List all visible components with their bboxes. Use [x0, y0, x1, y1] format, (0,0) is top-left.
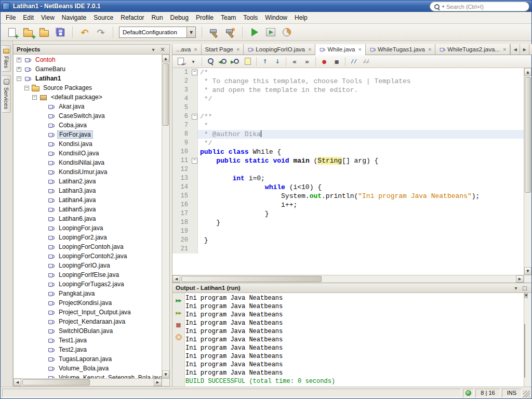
- minimize-output-button[interactable]: [512, 284, 520, 291]
- menu-window[interactable]: Window: [261, 12, 291, 23]
- close-tab-icon[interactable]: ×: [427, 46, 431, 52]
- tree-item-gamebaru[interactable]: +GameBaru: [14, 64, 162, 74]
- tree-item-pangkat-java[interactable]: Pangkat.java: [14, 289, 162, 298]
- tree-item-loopingfor-java[interactable]: LoopingFor.java: [14, 223, 162, 233]
- code-line[interactable]: 6/**: [172, 112, 524, 121]
- scrollbar-thumb[interactable]: [22, 379, 90, 385]
- tree-item-latihan3-java[interactable]: Latihan3.java: [14, 186, 162, 195]
- code-line[interactable]: 20 }: [172, 236, 524, 245]
- tree-item-volume-bola-java[interactable]: Volume_Bola.java: [14, 364, 162, 373]
- tree-item-latihan4-java[interactable]: Latihan4.java: [14, 195, 162, 205]
- new-file-button[interactable]: [5, 25, 19, 39]
- tree-item-coba-java[interactable]: Coba.java: [14, 121, 162, 130]
- tree-item-latihan6-java[interactable]: Latihan6.java: [14, 214, 162, 223]
- scroll-left-icon[interactable]: ◀: [172, 275, 180, 283]
- quick-search-input[interactable]: [446, 4, 525, 10]
- code-line[interactable]: 12: [172, 165, 524, 174]
- toggle-highlight-button[interactable]: [242, 56, 254, 67]
- scrollbar-thumb[interactable]: [181, 276, 322, 282]
- rerun-button[interactable]: [174, 295, 183, 304]
- memory-indicator[interactable]: [463, 389, 474, 397]
- menu-debug[interactable]: Debug: [167, 12, 192, 23]
- rail-tab-services[interactable]: Services: [2, 75, 11, 113]
- debug-project-button[interactable]: [263, 25, 278, 39]
- expand-icon[interactable]: +: [17, 58, 21, 62]
- tree-item-loopingforifelse-java[interactable]: LoopingForIfElse.java: [14, 270, 162, 280]
- tree-item-kondisinilai-java[interactable]: KondisiNilai.java: [14, 158, 162, 167]
- scroll-up-icon[interactable]: ▲: [524, 68, 531, 76]
- code-line[interactable]: 14 while (i<10) {: [172, 183, 524, 192]
- close-projects-button[interactable]: [159, 46, 166, 53]
- configuration-combobox[interactable]: DefaultConfiguration ▼: [119, 26, 196, 38]
- scrollbar-thumb[interactable]: [525, 77, 531, 193]
- tree-item-kondisi-java[interactable]: Kondisi.java: [14, 139, 162, 149]
- tree-item-loopingfor2-java[interactable]: LoopingFor2.java: [14, 233, 162, 242]
- fold-toggle-icon[interactable]: [191, 68, 198, 77]
- output-vertical-scrollbar[interactable]: ▲ ▼: [524, 293, 531, 387]
- close-tab-icon[interactable]: ×: [502, 46, 506, 52]
- code-line[interactable]: 1/*: [172, 68, 524, 77]
- code-line[interactable]: 13 int i=0;: [172, 174, 524, 183]
- last-edited-button[interactable]: [175, 56, 187, 67]
- tree-item-test2-java[interactable]: Test2.java: [14, 345, 162, 354]
- collapse-icon[interactable]: −: [32, 95, 37, 100]
- tree-item-loopingforio-java[interactable]: LoopingForIO.java: [14, 261, 162, 270]
- rail-tab-files[interactable]: Files: [2, 45, 11, 72]
- rerun-settings-button[interactable]: [174, 308, 183, 317]
- fold-toggle-icon[interactable]: [191, 156, 198, 165]
- expand-icon[interactable]: +: [17, 67, 21, 72]
- tree-item-latihan1[interactable]: −Latihan1: [14, 74, 162, 83]
- code-line[interactable]: 4 */: [172, 95, 524, 103]
- code-line[interactable]: 2 * To change this template, choose Tool…: [172, 77, 524, 86]
- close-tab-icon[interactable]: ×: [307, 46, 311, 52]
- scroll-tabs-right-button[interactable]: [520, 44, 529, 55]
- fold-toggle-icon[interactable]: [191, 112, 198, 121]
- code-line[interactable]: 10public class While {: [172, 148, 524, 156]
- tree-item-kondisiumur-java[interactable]: KondisiUmur.java: [14, 167, 162, 177]
- scroll-right-icon[interactable]: ▶: [516, 275, 524, 283]
- uncomment-button[interactable]: [361, 56, 372, 67]
- tree-item-contoh[interactable]: +Contoh: [14, 55, 162, 64]
- menu-help[interactable]: Help: [291, 12, 311, 23]
- minimize-projects-button[interactable]: [150, 46, 157, 53]
- tree-item-loopingforcontoh2-java[interactable]: LoopingForContoh2.java: [14, 251, 162, 261]
- find-button[interactable]: [205, 56, 216, 67]
- editor-horizontal-scrollbar[interactable]: ◀ ▶: [172, 275, 524, 283]
- collapse-icon[interactable]: −: [24, 86, 29, 90]
- editor-tab-while-java[interactable]: While.java×: [315, 44, 366, 55]
- menu-tools[interactable]: Tools: [240, 12, 261, 23]
- shift-right-button[interactable]: [301, 56, 313, 67]
- scroll-down-icon[interactable]: ▼: [524, 267, 531, 275]
- code-line[interactable]: 18 }: [172, 218, 524, 227]
- build-project-button[interactable]: [207, 25, 221, 39]
- redo-button[interactable]: [94, 25, 108, 39]
- tree-item-test1-java[interactable]: Test1.java: [14, 336, 162, 345]
- open-project-button[interactable]: [37, 25, 51, 39]
- menu-team[interactable]: Team: [217, 12, 240, 23]
- show-opened-documents-button[interactable]: [529, 44, 532, 55]
- tree-item-loopingforcontoh-java[interactable]: LoopingForContoh.java: [14, 242, 162, 251]
- projects-vertical-scrollbar[interactable]: ▲ ▼: [162, 55, 169, 378]
- stop-macro-button[interactable]: [331, 56, 342, 67]
- previous-bookmark-button[interactable]: [259, 56, 271, 67]
- tree-item-volume-kerucut-setengah-bola-java[interactable]: Volume_Kerucut_Setengah_Bola.java: [14, 373, 162, 378]
- ant-settings-button[interactable]: [174, 332, 183, 342]
- close-tab-icon[interactable]: ×: [357, 46, 361, 52]
- collapse-icon[interactable]: −: [17, 76, 21, 81]
- scrollbar-thumb[interactable]: [163, 63, 169, 126]
- clean-and-build-project-button[interactable]: [223, 25, 237, 39]
- stop-button[interactable]: [174, 320, 183, 329]
- menu-file[interactable]: File: [2, 12, 19, 23]
- new-project-button[interactable]: [21, 25, 35, 39]
- scroll-down-icon[interactable]: ▼: [162, 370, 169, 378]
- tree-item-project-input-output-java[interactable]: Project_Input_Output.java: [14, 308, 162, 317]
- scroll-up-icon[interactable]: ▲: [162, 55, 169, 62]
- find-next-button[interactable]: [230, 56, 241, 67]
- menu-refactor[interactable]: Refactor: [117, 12, 148, 23]
- code-line[interactable]: 21: [172, 245, 524, 254]
- tree-item-projectkondisi-java[interactable]: ProjectKondisi.java: [14, 298, 162, 308]
- code-line[interactable]: 3 * and open the template in the editor.: [172, 86, 524, 95]
- menu-run[interactable]: Run: [148, 12, 167, 23]
- profile-project-button[interactable]: [280, 25, 294, 39]
- scroll-tabs-left-button[interactable]: [510, 44, 520, 55]
